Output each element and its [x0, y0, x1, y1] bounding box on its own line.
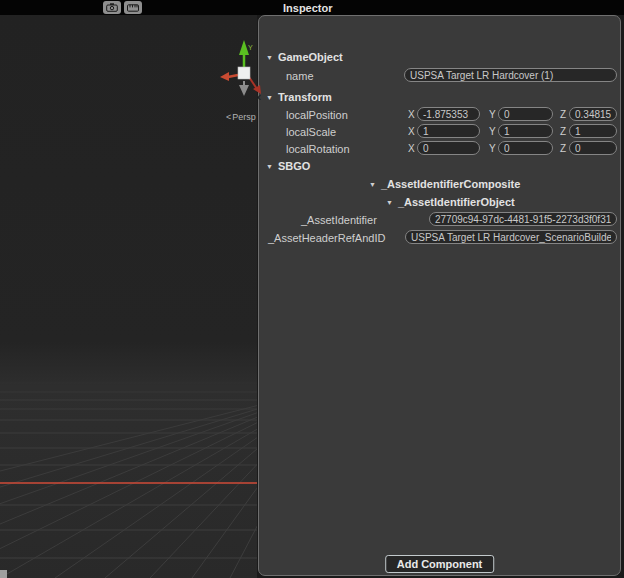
transform-header: Transform [278, 91, 332, 103]
ruler-button[interactable] [124, 1, 142, 14]
assetidentifiercomposite-header: _AssetIdentifierComposite [381, 178, 520, 190]
localscale-y-input[interactable] [498, 124, 553, 138]
assetidentifierobject-header: _AssetIdentifierObject [398, 196, 515, 208]
name-label: name [286, 70, 314, 82]
gizmo-z-cone[interactable] [239, 85, 249, 96]
localposition-z-input[interactable] [569, 107, 617, 121]
assetidentifier-input[interactable] [429, 212, 617, 226]
scene-viewport[interactable]: Y x <Persp [0, 15, 257, 578]
assetidentifierobject-foldout[interactable]: ▼ _AssetIdentifierObject [386, 196, 515, 208]
foldout-icon: ▼ [386, 197, 393, 208]
axis-y-label: Y [489, 143, 496, 154]
localrotation-label: localRotation [286, 143, 350, 155]
axis-y-label: Y [489, 109, 496, 120]
add-component-button[interactable]: Add Component [385, 555, 495, 573]
gizmo-x-arrowhead[interactable] [220, 72, 229, 81]
sbgo-foldout[interactable]: ▼ SBGO [266, 160, 310, 172]
gameobject-header: GameObject [278, 51, 343, 63]
assetidentifiercomposite-foldout[interactable]: ▼ _AssetIdentifierComposite [369, 178, 520, 190]
gizmo-x-label: x [256, 92, 261, 102]
axis-x-label: X [408, 126, 415, 137]
foldout-icon: ▼ [266, 161, 273, 172]
projection-mode-label[interactable]: <Persp [226, 112, 257, 122]
axis-z-label: Z [560, 143, 566, 154]
axis-y-label: Y [489, 126, 496, 137]
localrotation-x-input[interactable] [417, 141, 480, 155]
localrotation-y-input[interactable] [498, 141, 553, 155]
ruler-icon [127, 4, 139, 12]
gizmo-y-label: Y [248, 44, 253, 51]
orientation-gizmo[interactable]: Y x [205, 37, 285, 147]
sbgo-header: SBGO [278, 160, 310, 172]
localscale-label: localScale [286, 126, 336, 138]
localposition-y-input[interactable] [498, 107, 553, 121]
axis-x-label: X [408, 143, 415, 154]
inspector-tab-title[interactable]: Inspector [283, 2, 333, 14]
corner-handle [0, 570, 7, 578]
gizmo-center-cube[interactable] [238, 67, 250, 79]
localposition-x-input[interactable] [417, 107, 480, 121]
axis-z-label: Z [560, 126, 566, 137]
top-toolbar: Inspector [0, 0, 624, 15]
camera-icon [106, 3, 118, 12]
persp-text: Persp [232, 112, 256, 122]
inspector-panel: ▼ GameObject name ▼ Transform localPosit… [258, 15, 621, 576]
axis-z-label: Z [560, 109, 566, 120]
localscale-x-input[interactable] [417, 124, 480, 138]
name-input[interactable] [404, 68, 617, 82]
localscale-z-input[interactable] [569, 124, 617, 138]
scene-tool-buttons [103, 1, 142, 14]
localposition-label: localPosition [286, 109, 348, 121]
localrotation-z-input[interactable] [569, 141, 617, 155]
camera-button[interactable] [103, 1, 121, 14]
axis-x-label: X [408, 109, 415, 120]
assetheaderrefandid-input[interactable] [405, 230, 617, 244]
persp-angle-icon: < [226, 112, 231, 122]
foldout-icon: ▼ [369, 179, 376, 190]
assetheaderrefandid-label: _AssetHeaderRefAndID [268, 232, 385, 244]
editor-window: Inspector [0, 0, 624, 578]
gizmo-x-axis[interactable] [228, 75, 238, 77]
assetidentifier-label: _AssetIdentifier [301, 214, 377, 226]
